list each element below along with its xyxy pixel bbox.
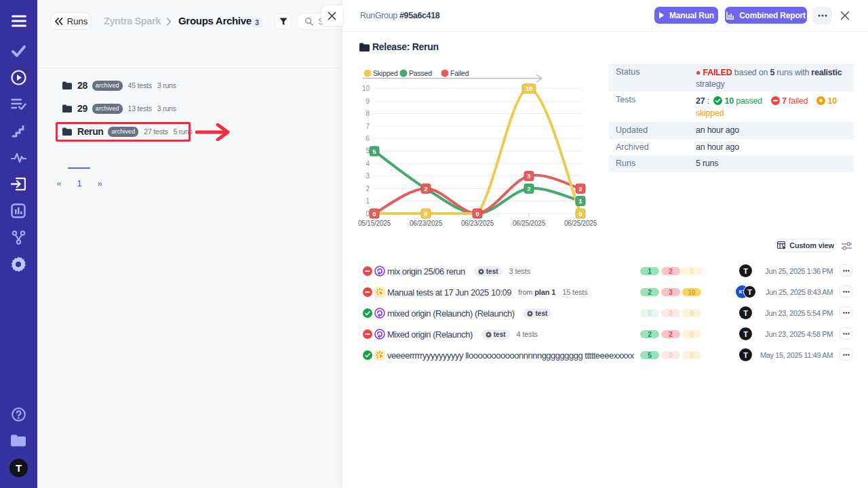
svg-text:0: 0 xyxy=(578,211,582,218)
svg-text:10: 10 xyxy=(362,85,370,92)
svg-text:2: 2 xyxy=(527,186,530,192)
svg-text:3: 3 xyxy=(527,173,530,180)
svg-text:06/23/2025: 06/23/2025 xyxy=(410,220,443,227)
svg-text:Passed: Passed xyxy=(409,69,432,77)
svg-text:2: 2 xyxy=(366,185,370,192)
svg-text:06/23/2025: 06/23/2025 xyxy=(461,220,494,227)
svg-text:2: 2 xyxy=(424,186,427,192)
svg-text:06/25/2025: 06/25/2025 xyxy=(564,220,597,227)
svg-text:1: 1 xyxy=(366,197,370,205)
svg-text:3: 3 xyxy=(366,172,370,180)
svg-text:4: 4 xyxy=(366,160,370,167)
svg-text:6: 6 xyxy=(366,135,370,142)
svg-text:5: 5 xyxy=(372,148,376,155)
svg-text:0: 0 xyxy=(475,211,479,218)
svg-text:05/15/2025: 05/15/2025 xyxy=(358,220,391,227)
svg-text:1: 1 xyxy=(578,198,582,205)
svg-text:Skipped: Skipped xyxy=(373,69,398,77)
svg-text:9: 9 xyxy=(366,98,370,105)
svg-text:06/25/2025: 06/25/2025 xyxy=(513,220,546,227)
svg-text:10: 10 xyxy=(526,85,532,92)
svg-text:0: 0 xyxy=(372,211,376,218)
svg-text:0: 0 xyxy=(424,211,427,218)
svg-text:8: 8 xyxy=(366,110,370,117)
svg-text:Failed: Failed xyxy=(450,69,469,77)
svg-text:2: 2 xyxy=(578,186,582,192)
svg-text:7: 7 xyxy=(366,123,370,130)
